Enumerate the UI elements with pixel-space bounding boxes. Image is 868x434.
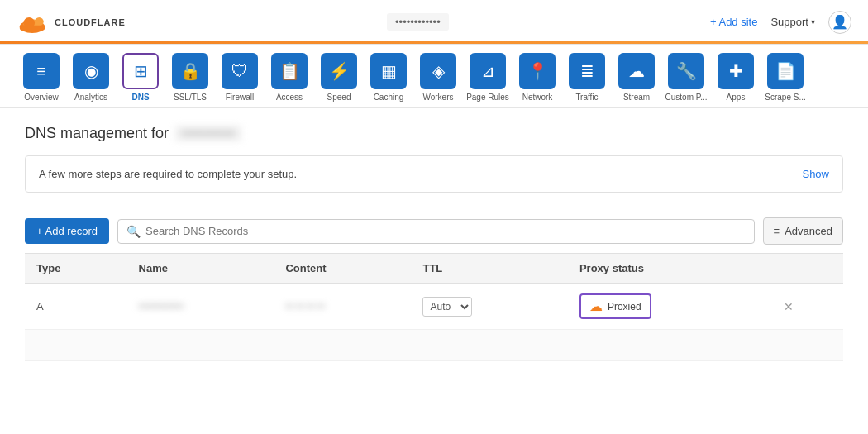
nav-label-ssl-tls: SSL/TLS (174, 93, 207, 102)
user-icon: 👤 (832, 14, 848, 30)
page-rules-icon: ⊿ (470, 53, 506, 89)
nav-label-traffic: Traffic (575, 93, 598, 102)
setup-notice: A few more steps are required to complet… (25, 155, 843, 193)
cell-delete: ✕ (772, 284, 843, 330)
search-input[interactable] (145, 225, 746, 237)
user-avatar[interactable]: 👤 (828, 11, 851, 34)
svg-point-2 (35, 17, 44, 26)
show-link[interactable]: Show (802, 168, 829, 180)
overview-icon: ≡ (23, 53, 60, 89)
dns-icon: ⊞ (122, 53, 159, 89)
firewall-icon: 🛡 (222, 53, 258, 89)
notice-text: A few more steps are required to complet… (39, 168, 297, 180)
nav-label-scrape-shield: Scrape S... (765, 93, 805, 102)
scrape-shield-icon: 📄 (767, 53, 804, 89)
dns-toolbar: + Add record 🔍 ≡ Advanced (25, 206, 843, 253)
workers-icon: ◈ (420, 53, 456, 89)
nav-label-caching: Caching (374, 93, 404, 102)
delete-button[interactable]: ✕ (784, 300, 794, 313)
table-row: A •••••••••••• •• •• •• •• Auto 1 min 2 … (25, 284, 843, 330)
nav-item-apps[interactable]: ✚Apps (711, 45, 761, 107)
nav-item-access[interactable]: 📋Access (265, 45, 314, 107)
col-ttl: TTL (411, 254, 567, 284)
nav-label-stream: Stream (623, 93, 650, 102)
nav-label-workers: Workers (422, 93, 453, 102)
table-header-row: Type Name Content TTL Proxy status (25, 254, 843, 284)
advanced-icon: ≡ (774, 225, 780, 237)
access-icon: 📋 (271, 53, 308, 89)
nav-label-speed: Speed (327, 93, 351, 102)
support-label: Support (770, 16, 808, 28)
nav-item-scrape-shield[interactable]: 📄Scrape S... (761, 45, 810, 107)
cloudflare-logo (17, 10, 48, 35)
cell-content: •• •• •• •• (274, 284, 411, 330)
col-name: Name (127, 254, 274, 284)
proxy-badge: ☁ Proxied (579, 293, 651, 319)
nav-item-overview[interactable]: ≡Overview (17, 45, 66, 107)
nav-item-dns[interactable]: ⊞DNS (116, 45, 165, 107)
domain-name: •••••••••••••• (175, 126, 241, 141)
apps-icon: ✚ (718, 53, 754, 89)
caching-icon: ▦ (370, 53, 407, 89)
add-record-button[interactable]: + Add record (25, 218, 109, 244)
nav-item-custom-pages[interactable]: 🔧Custom P... (661, 45, 711, 107)
nav-label-overview: Overview (24, 93, 59, 102)
orange-cloud-icon: ☁ (589, 298, 603, 314)
speed-icon: ⚡ (321, 53, 357, 89)
table-header: Type Name Content TTL Proxy status (25, 254, 843, 284)
ssl-tls-icon: 🔒 (172, 53, 208, 89)
proxy-label: Proxied (608, 301, 641, 312)
nav-item-network[interactable]: 📍Network (513, 45, 562, 107)
col-type: Type (25, 254, 127, 284)
col-actions (772, 254, 843, 284)
col-proxy-status: Proxy status (568, 254, 772, 284)
nav-item-workers[interactable]: ◈Workers (413, 45, 463, 107)
nav-icons: ≡Overview◉Analytics⊞DNS🔒SSL/TLS🛡Firewall… (17, 45, 851, 107)
page-title-text: DNS management for (25, 125, 169, 142)
nav-label-dns: DNS (131, 93, 149, 102)
dns-table: Type Name Content TTL Proxy status A •••… (25, 253, 843, 361)
nav-label-custom-pages: Custom P... (665, 93, 708, 102)
cell-ttl: Auto 1 min 2 min 5 min (411, 284, 567, 330)
logo-area: CLOUDFLARE (17, 10, 126, 35)
custom-pages-icon: 🔧 (668, 53, 704, 89)
nav-bar: ≡Overview◉Analytics⊞DNS🔒SSL/TLS🛡Firewall… (0, 45, 868, 108)
nav-item-caching[interactable]: ▦Caching (364, 45, 413, 107)
nav-item-firewall[interactable]: 🛡Firewall (215, 45, 265, 107)
nav-item-traffic[interactable]: ≣Traffic (562, 45, 612, 107)
nav-item-page-rules[interactable]: ⊿Page Rules (463, 45, 513, 107)
nav-label-access: Access (276, 93, 303, 102)
page-title: DNS management for •••••••••••••• (25, 125, 843, 142)
stream-icon: ☁ (618, 53, 655, 89)
analytics-icon: ◉ (73, 53, 109, 89)
cell-type: A (25, 284, 127, 330)
nav-item-stream[interactable]: ☁Stream (612, 45, 661, 107)
logo-text: CLOUDFLARE (55, 17, 126, 27)
svg-rect-4 (20, 25, 45, 30)
ttl-select[interactable]: Auto 1 min 2 min 5 min (422, 297, 472, 317)
network-icon: 📍 (519, 53, 556, 89)
partial-row-cell (25, 330, 843, 361)
nav-item-speed[interactable]: ⚡Speed (314, 45, 364, 107)
table-row-partial (25, 330, 843, 361)
nav-item-analytics[interactable]: ◉Analytics (66, 45, 116, 107)
header: CLOUDFLARE •••••••••••• + Add site Suppo… (0, 0, 868, 45)
advanced-button[interactable]: ≡ Advanced (763, 217, 843, 245)
advanced-label: Advanced (785, 225, 832, 237)
table-body: A •••••••••••• •• •• •• •• Auto 1 min 2 … (25, 284, 843, 361)
nav-label-analytics: Analytics (74, 93, 107, 102)
search-wrap: 🔍 (117, 219, 755, 244)
add-site-button[interactable]: + Add site (710, 16, 757, 28)
chevron-down-icon: ▾ (811, 17, 815, 26)
nav-item-ssl-tls[interactable]: 🔒SSL/TLS (165, 45, 215, 107)
header-right: + Add site Support ▾ 👤 (710, 11, 851, 34)
main-content: DNS management for •••••••••••••• A few … (0, 108, 868, 378)
site-name: •••••••••••• (387, 13, 449, 31)
traffic-icon: ≣ (569, 53, 605, 89)
support-button[interactable]: Support ▾ (770, 16, 815, 28)
col-content: Content (274, 254, 411, 284)
nav-label-page-rules: Page Rules (466, 93, 509, 102)
nav-label-network: Network (522, 93, 553, 102)
cell-proxy-status: ☁ Proxied (568, 284, 772, 330)
cell-name: •••••••••••• (127, 284, 274, 330)
